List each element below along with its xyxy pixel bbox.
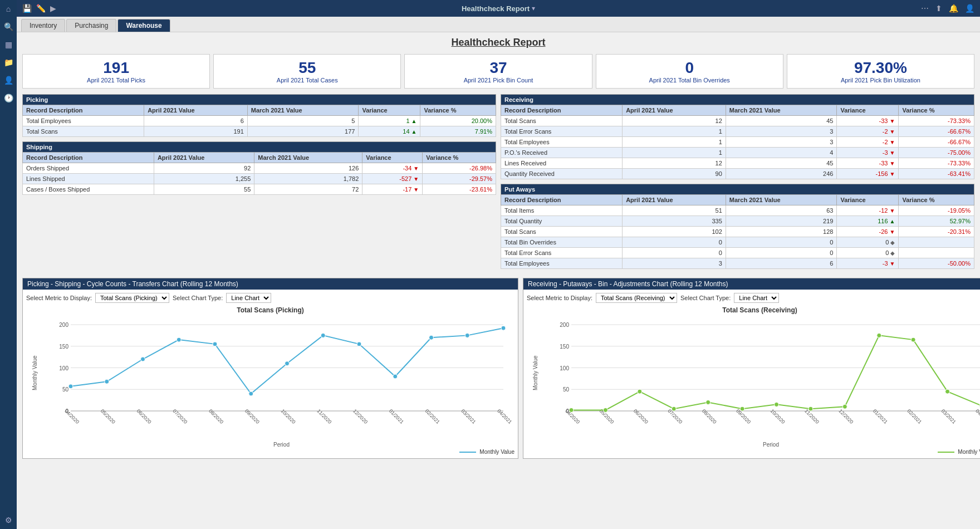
tab-warehouse[interactable]: Warehouse — [117, 19, 170, 32]
cell-apr: 0 — [623, 248, 726, 258]
svg-point-70 — [877, 333, 881, 337]
cell-mar: 126 — [254, 163, 362, 174]
shipping-header: Shipping — [23, 142, 496, 153]
cell-var: -12 ▼ — [837, 205, 899, 216]
share-icon[interactable]: ⬆ — [935, 4, 942, 13]
kpi-bin-utilization: 97.30% April 2021 Pick Bin Utilization — [787, 54, 974, 89]
variance-arrow: ▼ — [890, 139, 895, 145]
svg-point-32 — [357, 342, 361, 346]
cell-var: -26 ▼ — [837, 227, 899, 237]
svg-text:05/2020: 05/2020 — [100, 408, 116, 425]
user-icon[interactable]: 👤 — [965, 4, 974, 13]
top-bar-left-icons: 💾 ✏️ ▶ — [22, 4, 56, 13]
table-row: Total Quantity 335 219 116 ▲ 52.97% — [501, 216, 974, 227]
table-icon[interactable]: ▦ — [5, 40, 12, 49]
cell-desc: Total Scans — [501, 227, 623, 237]
cell-apr: 12 — [623, 116, 726, 126]
cell-mar: 6 — [726, 258, 837, 269]
table-row: Total Employees 6 5 1 ▲ 20.00% — [23, 116, 496, 126]
svg-text:04/2021: 04/2021 — [496, 408, 513, 425]
cell-mar: 3 — [726, 137, 837, 148]
save-icon[interactable]: 💾 — [22, 4, 32, 13]
table-row: P.O.'s Received 1 4 -3 ▼ -75.00% — [501, 148, 974, 158]
svg-point-27 — [177, 337, 181, 342]
variance-arrow: ◆ — [890, 250, 895, 256]
svg-text:07/2020: 07/2020 — [171, 408, 188, 425]
putaways-col-desc: Record Description — [501, 195, 623, 205]
putaways-col-apr: April 2021 Value — [623, 195, 726, 205]
svg-text:50: 50 — [62, 386, 69, 393]
variance-arrow: ▼ — [890, 229, 895, 235]
cell-desc: Quantity Received — [501, 169, 623, 179]
cell-apr: 55 — [154, 184, 254, 195]
kpi-pick-bin-count-value: 37 — [411, 59, 585, 77]
clock-icon[interactable]: 🕐 — [4, 94, 13, 102]
folder-icon[interactable]: 📁 — [4, 58, 13, 67]
cell-varp: 20.00% — [420, 116, 496, 126]
chart-left-chart-title: Total Scans (Picking) — [26, 306, 514, 314]
cell-apr: 0 — [623, 237, 726, 248]
table-row: Total Items 51 63 -12 ▼ -19.05% — [501, 205, 974, 216]
cell-mar: 219 — [726, 216, 837, 227]
receiving-col-var: Variance — [837, 105, 899, 116]
cell-var: 116 ▲ — [837, 216, 899, 227]
cell-var: 14 ▲ — [359, 126, 420, 137]
svg-text:01/2021: 01/2021 — [872, 408, 889, 425]
cell-apr: 1,255 — [154, 174, 254, 184]
app-title: Healthcheck Report — [462, 4, 530, 13]
table-row: Total Scans 12 45 -33 ▼ -73.33% — [501, 116, 974, 126]
chart-left-metric-select[interactable]: Total Scans (Picking) — [95, 293, 169, 303]
chart-right-y-label: Monthly Value — [532, 374, 538, 390]
kpi-total-picks-value: 191 — [30, 59, 203, 77]
svg-text:08/2020: 08/2020 — [208, 408, 224, 425]
person-icon[interactable]: 👤 — [4, 76, 13, 85]
run-icon[interactable]: ▶ — [50, 4, 56, 13]
more-icon[interactable]: ⋯ — [921, 4, 929, 13]
picking-col-mar: March 2021 Value — [247, 105, 359, 116]
cell-var: -2 ▼ — [837, 126, 899, 137]
chart-right-metric-select[interactable]: Total Scans (Receiving) — [596, 293, 677, 303]
cell-var: -3 ▼ — [837, 258, 899, 269]
page-title: Healthcheck Report — [22, 37, 974, 48]
receiving-header: Receiving — [501, 95, 974, 105]
tab-purchasing[interactable]: Purchasing — [66, 19, 116, 32]
cell-desc: Total Items — [501, 205, 623, 216]
home-icon[interactable]: ⌂ — [6, 4, 11, 13]
cell-var: -34 ▼ — [362, 163, 423, 174]
svg-text:10/2020: 10/2020 — [770, 408, 786, 425]
edit-icon[interactable]: ✏️ — [36, 4, 46, 13]
svg-point-34 — [429, 335, 434, 340]
table-row: Total Scans 102 128 -26 ▼ -20.31% — [501, 227, 974, 237]
bell-icon[interactable]: 🔔 — [949, 4, 958, 13]
svg-point-63 — [638, 389, 642, 394]
cell-mar: 128 — [726, 227, 837, 237]
putaways-col-mar: March 2021 Value — [726, 195, 837, 205]
search-icon[interactable]: 🔍 — [4, 22, 13, 31]
chart-left-legend: Monthly Value — [26, 449, 514, 455]
table-row: Lines Received 12 45 -33 ▼ -73.33% — [501, 158, 974, 169]
chart-left-container: Picking - Shipping - Cycle Counts - Tran… — [22, 278, 518, 463]
table-row: Total Error Scans 0 0 0 ◆ — [501, 248, 974, 258]
tab-inventory[interactable]: Inventory — [21, 19, 65, 32]
cell-mar: 4 — [726, 148, 837, 158]
putaways-header: Put Aways — [501, 184, 974, 195]
svg-point-26 — [141, 357, 145, 361]
gear-icon[interactable]: ⚙ — [5, 516, 12, 525]
svg-text:02/2021: 02/2021 — [424, 408, 441, 425]
chart-right-type-select[interactable]: Line Chart — [734, 293, 779, 303]
shipping-col-var: Variance — [362, 153, 423, 163]
table-row: Total Error Scans 1 3 -2 ▼ -66.67% — [501, 126, 974, 137]
chart-left-type-select[interactable]: Line Chart — [226, 293, 271, 303]
svg-point-67 — [775, 402, 779, 406]
svg-point-25 — [105, 379, 109, 384]
putaways-col-var: Variance — [837, 195, 899, 205]
content-area: Healthcheck Report 191 April 2021 Total … — [17, 32, 980, 529]
dropdown-chevron[interactable]: ▾ — [532, 4, 535, 12]
cell-varp: -50.00% — [899, 258, 974, 269]
variance-arrow: ▼ — [413, 165, 419, 172]
shipping-col-mar: March 2021 Value — [254, 153, 362, 163]
receiving-col-varp: Variance % — [899, 105, 974, 116]
variance-arrow: ▲ — [890, 218, 895, 224]
chart-left-y-label: Monthly Value — [32, 374, 38, 390]
cell-var: -3 ▼ — [837, 148, 899, 158]
